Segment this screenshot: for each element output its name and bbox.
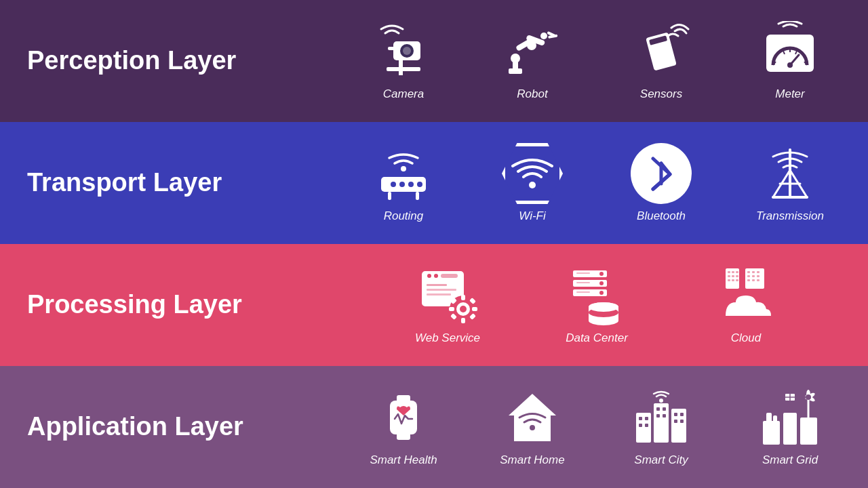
svg-rect-86: [747, 275, 750, 277]
svg-rect-116: [773, 415, 777, 423]
svg-rect-112: [763, 421, 780, 445]
svg-rect-32: [416, 192, 419, 200]
transport-layer: Transport Layer: [0, 122, 868, 244]
smartgrid-icon: [760, 387, 821, 448]
smartcity-item: Smart City: [620, 387, 702, 467]
svg-rect-79: [728, 279, 730, 281]
wifi-label: Wi-Fi: [519, 209, 546, 223]
svg-point-27: [391, 182, 396, 187]
smarthome-label: Smart Home: [500, 453, 564, 467]
cloud-label: Cloud: [731, 331, 761, 345]
svg-rect-83: [747, 271, 750, 273]
webservice-icon: [417, 265, 478, 326]
wifi-icon: [502, 143, 563, 204]
svg-rect-31: [388, 192, 391, 200]
cloud-icon: [715, 265, 776, 326]
svg-rect-101: [639, 424, 642, 427]
bluetooth-label: Bluetooth: [637, 209, 686, 223]
meter-icon: [760, 21, 821, 82]
transmission-item: Transmission: [749, 143, 831, 223]
svg-rect-94: [397, 433, 410, 440]
svg-rect-90: [752, 279, 755, 281]
robot-item: Robot: [492, 21, 573, 101]
application-layer-title: Application Layer: [0, 411, 326, 443]
camera-item: Camera: [363, 21, 444, 101]
svg-rect-52: [449, 307, 454, 311]
webservice-label: Web Service: [415, 331, 480, 345]
camera-icon: [373, 21, 434, 82]
smartcity-label: Smart City: [634, 453, 688, 467]
processing-layer: Processing Layer: [0, 244, 868, 366]
meter-label: Meter: [775, 87, 804, 101]
svg-point-10: [511, 54, 520, 63]
datacenter-icon: [566, 265, 627, 326]
svg-rect-89: [747, 279, 750, 281]
svg-point-95: [530, 425, 535, 430]
webservice-item: Web Service: [407, 265, 488, 345]
smarthome-icon: [502, 387, 563, 448]
svg-rect-110: [680, 420, 684, 423]
svg-rect-109: [674, 420, 677, 423]
svg-rect-113: [783, 413, 797, 445]
smartgrid-label: Smart Grid: [762, 453, 818, 467]
svg-rect-103: [656, 407, 660, 411]
meter-item: Meter: [749, 21, 831, 101]
svg-rect-114: [800, 418, 817, 445]
svg-rect-107: [674, 413, 677, 416]
svg-rect-50: [461, 295, 465, 300]
smartgrid-item: Smart Grid: [749, 387, 831, 467]
svg-rect-91: [757, 279, 760, 281]
smarthealth-label: Smart Health: [370, 453, 437, 467]
svg-rect-76: [728, 275, 730, 277]
svg-rect-78: [736, 275, 738, 277]
robot-label: Robot: [517, 87, 547, 101]
datacenter-label: Data Center: [566, 331, 628, 345]
sensors-label: Sensors: [640, 87, 682, 101]
svg-rect-53: [472, 307, 477, 311]
svg-rect-88: [757, 275, 760, 277]
svg-rect-64: [576, 272, 590, 274]
camera-label: Camera: [383, 87, 424, 101]
svg-rect-45: [427, 289, 456, 291]
application-layer: Application Layer Smart Health: [0, 366, 868, 488]
svg-point-49: [460, 306, 467, 312]
svg-point-71: [589, 302, 618, 312]
routing-label: Routing: [384, 209, 424, 223]
smarthealth-icon: [373, 387, 434, 448]
svg-point-4: [403, 47, 411, 55]
svg-rect-74: [732, 271, 734, 273]
svg-rect-80: [732, 279, 734, 281]
svg-rect-99: [639, 417, 642, 420]
svg-point-11: [527, 41, 536, 50]
transport-icons-row: Routing Wi-Fi: [326, 136, 868, 230]
svg-rect-75: [736, 271, 738, 273]
svg-point-29: [408, 182, 414, 187]
perception-icons-row: Camera: [326, 14, 868, 108]
transport-layer-title: Transport Layer: [0, 167, 326, 199]
smartcity-icon: [631, 387, 692, 448]
svg-point-61: [599, 281, 604, 285]
svg-rect-98: [671, 409, 686, 443]
svg-rect-87: [752, 275, 755, 277]
svg-point-69: [589, 316, 618, 325]
svg-rect-84: [752, 271, 755, 273]
svg-rect-46: [427, 293, 451, 296]
routing-item: Routing: [363, 143, 444, 223]
smarthome-item: Smart Home: [492, 387, 573, 467]
sensors-item: Sensors: [620, 21, 702, 101]
svg-rect-65: [576, 282, 590, 283]
processing-icons-row: Web Service: [326, 258, 868, 352]
perception-layer-title: Perception Layer: [0, 45, 326, 77]
sensors-icon: [631, 21, 692, 82]
svg-rect-66: [576, 291, 590, 293]
transmission-label: Transmission: [756, 209, 824, 223]
svg-point-24: [787, 62, 793, 68]
svg-rect-100: [645, 417, 648, 420]
svg-rect-104: [663, 407, 666, 411]
robot-icon: [502, 21, 563, 82]
svg-rect-51: [461, 318, 465, 323]
svg-rect-44: [427, 284, 447, 286]
svg-point-111: [659, 399, 663, 403]
svg-rect-102: [645, 424, 648, 427]
svg-rect-81: [736, 279, 738, 281]
